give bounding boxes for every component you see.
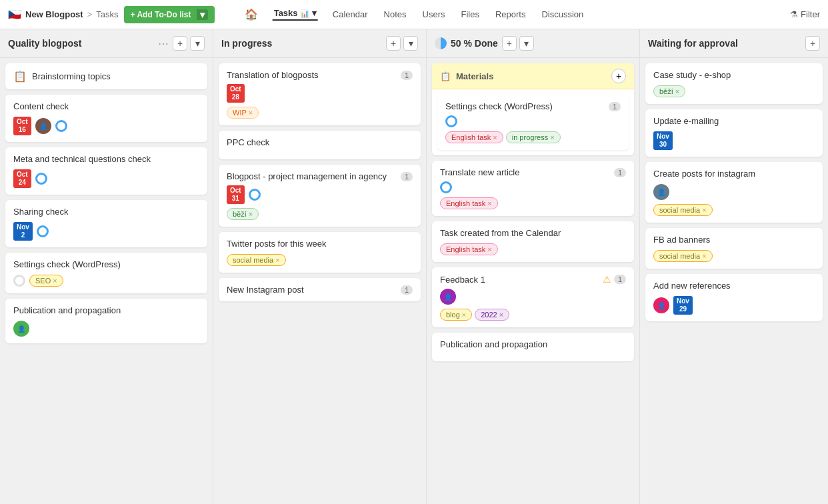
card-sharing-check[interactable]: Sharing check Nov2 [5, 200, 207, 247]
progress-circle [37, 225, 49, 237]
card-blogpost-project[interactable]: Blogpost - project management in agency … [219, 165, 421, 227]
column-quality-dropdown[interactable]: ▾ [190, 36, 205, 51]
filter-button[interactable]: ⚗ Filter [790, 9, 820, 19]
nav-reports[interactable]: Reports [494, 9, 527, 19]
card-title: Add new references [653, 281, 815, 291]
tag-english[interactable]: English task × [445, 131, 503, 143]
card-ppc-check[interactable]: PPC check [219, 131, 421, 159]
avatar: 👤 [653, 184, 669, 200]
nav-users[interactable]: Users [421, 9, 447, 19]
card-settings-wp-done[interactable]: Settings check (WordPress) 1 English tas… [437, 95, 629, 150]
badge-count: 1 [614, 275, 626, 284]
add-todo-button[interactable]: + Add To-Do list ▾ [124, 6, 215, 23]
card-create-instagram[interactable]: Create posts for instagram 👤 social medi… [645, 162, 823, 223]
date-badge-nov29: Nov29 [673, 296, 693, 315]
tag-remove[interactable]: × [493, 133, 497, 141]
tag-bezi[interactable]: běží × [227, 208, 259, 220]
card-feedback1[interactable]: Feedback 1 ⚠ 1 👤 blog × 2022 × [432, 267, 634, 327]
card-pub-prop[interactable]: Publication and propagation [432, 333, 634, 361]
card-tags: English task × [440, 197, 626, 209]
card-meta: 👤 [440, 289, 626, 305]
tag-2022[interactable]: 2022 × [475, 309, 509, 321]
done-circle-icon [435, 37, 447, 49]
column-in-progress-add[interactable]: + [386, 36, 401, 51]
card-task-calendar[interactable]: Task created from the Calendar English t… [432, 221, 634, 262]
tag-remove[interactable]: × [487, 245, 491, 253]
tag-social-media[interactable]: social media × [653, 250, 713, 262]
column-waiting-header: Waiting for approval + [640, 29, 828, 58]
breadcrumb-tasks[interactable]: Tasks [96, 9, 118, 19]
card-meta: Nov30 [653, 131, 815, 150]
card-translation[interactable]: Translation of blogposts 1 Oct28 WIP × [219, 63, 421, 125]
column-quality-add[interactable]: + [173, 36, 187, 51]
project-flag: 🇨🇿 [8, 8, 21, 21]
tag-wip[interactable]: WIP × [227, 107, 259, 119]
tag-remove[interactable]: × [249, 109, 253, 117]
tag-social-media[interactable]: social media × [653, 204, 713, 216]
card-content-check[interactable]: Content check Oct16 👤 [5, 95, 207, 142]
card-publication[interactable]: Publication and propagation 👤 [5, 299, 207, 343]
card-tags: English task × in progress × [445, 131, 621, 143]
card-tags: WIP × [227, 107, 413, 119]
badge-count: 1 [609, 102, 621, 111]
add-dropdown-arrow[interactable]: ▾ [197, 9, 208, 20]
tag-remove[interactable]: × [499, 311, 503, 319]
card-update-emailing[interactable]: Update e-mailing Nov30 [645, 109, 823, 157]
tag-remove[interactable]: × [702, 206, 706, 214]
progress-circle [249, 189, 261, 201]
tag-remove[interactable]: × [249, 210, 253, 218]
tag-remove[interactable]: × [275, 256, 279, 264]
card-tags: běží × [227, 208, 413, 220]
tag-bezi[interactable]: běží × [653, 85, 685, 97]
tag-remove[interactable]: × [550, 133, 554, 141]
card-meta: Oct16 👤 [13, 117, 199, 135]
date-badge-nov2: Nov2 [13, 222, 33, 241]
date-badge-oct28: Oct28 [227, 84, 245, 103]
tag-social-media[interactable]: social media × [227, 254, 286, 266]
tag-seo[interactable]: SEO × [29, 275, 63, 287]
nav-discussion[interactable]: Discussion [540, 9, 585, 19]
column-50-done-title: 50 % Done [451, 38, 498, 49]
tag-english[interactable]: English task × [440, 197, 498, 209]
card-brainstorming[interactable]: 📋 Brainstorming topics [5, 63, 207, 89]
column-in-progress-dropdown[interactable]: ▾ [403, 36, 418, 51]
card-new-instagram[interactable]: New Instagram post 1 [219, 278, 421, 301]
tag-remove[interactable]: × [675, 87, 679, 95]
tag-remove[interactable]: × [702, 252, 706, 260]
nav-home[interactable]: 🏠 [243, 8, 259, 21]
date-badge-oct24: Oct24 [13, 169, 31, 188]
tag-blog[interactable]: blog × [440, 309, 472, 321]
card-case-study[interactable]: Case study - e-shop běží × [645, 63, 823, 104]
column-50-done-dropdown[interactable]: ▾ [519, 36, 534, 51]
project-name[interactable]: New Blogpost [25, 9, 83, 19]
column-quality-options[interactable]: ⋯ [158, 37, 169, 50]
tag-english[interactable]: English task × [440, 243, 498, 255]
tag-remove[interactable]: × [462, 311, 466, 319]
card-meta [440, 181, 626, 193]
card-twitter-posts[interactable]: Twitter posts for this week social media… [219, 232, 421, 273]
card-meta-check[interactable]: Meta and technical questions check Oct24 [5, 147, 207, 195]
card-add-references[interactable]: Add new references 👤 Nov29 [645, 274, 823, 321]
tag-remove[interactable]: × [53, 277, 57, 285]
card-translate-article[interactable]: Translate new article 1 English task × [432, 161, 634, 216]
card-title: PPC check [227, 137, 413, 147]
nav-calendar[interactable]: Calendar [331, 9, 369, 19]
column-waiting-add[interactable]: + [805, 36, 820, 51]
materials-icon: 📋 [440, 71, 451, 81]
tag-remove[interactable]: × [487, 199, 491, 207]
avatar: 👤 [13, 321, 29, 337]
nav-tasks[interactable]: Tasks 📊 ▾ [273, 8, 318, 21]
column-50-done-add[interactable]: + [502, 36, 517, 51]
tag-in-progress[interactable]: in progress × [506, 131, 561, 143]
materials-add-btn[interactable]: + [611, 69, 626, 83]
filter-icon: ⚗ [790, 9, 798, 19]
materials-header: 📋 Materials + [432, 63, 634, 89]
nav-files[interactable]: Files [459, 9, 480, 19]
warning-icon: ⚠ [603, 274, 611, 285]
card-settings-wp[interactable]: Settings check (WordPress) SEO × [5, 253, 207, 293]
column-in-progress-actions: + ▾ [386, 36, 418, 51]
nav-notes[interactable]: Notes [383, 9, 408, 19]
card-fb-banners[interactable]: FB ad banners social media × [645, 228, 823, 269]
card-title: Meta and technical questions check [13, 154, 199, 164]
card-title: Sharing check [13, 207, 199, 217]
